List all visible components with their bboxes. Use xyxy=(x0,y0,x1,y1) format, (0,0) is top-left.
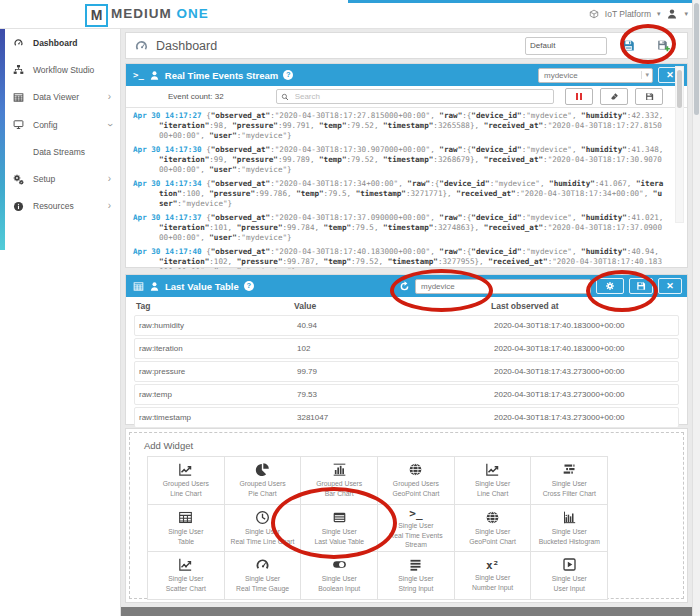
widget-grouped-users-line-chart[interactable]: Grouped UsersLine Chart xyxy=(147,456,225,505)
sidebar-item-resources[interactable]: Resources› xyxy=(0,193,120,220)
cross-filter-icon xyxy=(562,462,577,477)
widget-name-label: GeoPoint Chart xyxy=(392,489,439,498)
widget-grouped-users-geopoint-chart[interactable]: Grouped UsersGeoPoint Chart xyxy=(377,456,455,505)
save-as-new-dashboard-button[interactable] xyxy=(657,39,670,52)
toggle-icon xyxy=(332,557,347,572)
events-stream-header: >_ Real Time Events Stream ? mydevice ▾ … xyxy=(126,64,687,86)
refresh-icon[interactable] xyxy=(399,281,410,292)
sidebar-item-data-streams[interactable]: Data Streams xyxy=(0,138,120,165)
lvt-close-button[interactable]: ✕ xyxy=(658,278,682,294)
footer-bar xyxy=(120,607,700,616)
medium-one-logo-icon: M xyxy=(85,4,108,27)
widget-group-label: Single User xyxy=(322,527,357,536)
widget-single-user-boolean-input[interactable]: Single UserBoolean Input xyxy=(300,551,378,600)
widget-name-label: Scatter Chart xyxy=(166,584,206,593)
widget-name-label: User Input xyxy=(554,584,585,593)
widget-single-user-bucketed-histogram[interactable]: Single UserBucketed Histogram xyxy=(530,504,608,553)
clear-stream-button[interactable] xyxy=(600,88,628,105)
cell-tag: raw:iteration xyxy=(135,344,297,353)
brand-medium: MEDIUM xyxy=(111,6,172,21)
widget-grouped-users-pie-chart[interactable]: Grouped UsersPie Chart xyxy=(224,456,302,505)
x-squared-icon: x² xyxy=(486,559,499,572)
sidebar-item-label: Config xyxy=(33,120,58,130)
stream-event: Apr 30 14:17:40 {"observed_at":"2020-04-… xyxy=(133,247,665,269)
cell-last-observed: 2020-04-30T18:17:40.183000+00:00 xyxy=(494,344,678,353)
widget-single-user-number-input[interactable]: x²Single UserNumber Input xyxy=(454,551,532,600)
help-icon[interactable]: ? xyxy=(283,70,293,80)
terminal-icon: >_ xyxy=(133,70,144,80)
col-value: Value xyxy=(294,301,491,311)
save-dashboard-button[interactable] xyxy=(622,39,635,52)
search-icon xyxy=(281,93,289,101)
lvt-device-input[interactable] xyxy=(415,279,591,294)
stream-scrollbar-thumb[interactable] xyxy=(677,70,682,108)
sidebar-item-label: Data Streams xyxy=(33,147,85,157)
sidebar-item-setup[interactable]: Setup› xyxy=(0,165,120,192)
col-last-observed: Last observed at xyxy=(491,301,679,311)
cell-last-observed: 2020-04-30T18:17:43.273000+00:00 xyxy=(494,390,678,399)
sidebar-item-config[interactable]: Config› xyxy=(0,111,120,138)
widget-single-user-user-input[interactable]: Single UserUser Input xyxy=(530,551,608,600)
export-icon xyxy=(636,281,646,291)
events-device-value: mydevice xyxy=(544,71,578,80)
sidebar-item-workflow-studio[interactable]: Workflow Studio xyxy=(0,56,120,83)
widget-single-user-scatter-chart[interactable]: Single UserScatter Chart xyxy=(147,551,225,600)
sidebar-item-dashboard[interactable]: Dashboard xyxy=(0,29,120,56)
cell-tag: raw:timestamp xyxy=(135,413,297,422)
lvt-settings-button[interactable] xyxy=(596,278,624,294)
widget-single-user-line-chart[interactable]: Single UserLine Chart xyxy=(454,456,532,505)
events-device-select[interactable]: mydevice ▾ xyxy=(538,68,653,83)
widget-name-label: Cross Filter Chart xyxy=(543,489,596,498)
widget-single-user-geopoint-chart[interactable]: Single UserGeoPoint Chart xyxy=(454,504,532,553)
widget-group-label: Single User xyxy=(398,521,433,530)
user-caret-icon[interactable]: ▾ xyxy=(684,10,688,18)
pause-stream-button[interactable] xyxy=(565,88,593,105)
cell-value: 3281047 xyxy=(297,413,494,422)
widget-single-user-last-value-table[interactable]: Single UserLast Value Table xyxy=(300,504,378,553)
events-search-input[interactable] xyxy=(293,91,549,102)
events-stream-log[interactable]: Apr 30 14:17:27 {"observed_at":"2020-04-… xyxy=(126,108,687,269)
widget-group-label: Single User xyxy=(398,574,433,583)
widget-name-label: Line Chart xyxy=(170,489,201,498)
dashboard-name-input[interactable] xyxy=(525,37,607,55)
export-stream-button[interactable] xyxy=(635,88,663,105)
user-menu-icon[interactable] xyxy=(666,8,678,20)
platform-label[interactable]: IoT Platform xyxy=(605,9,651,19)
stream-scrollbar[interactable] xyxy=(675,66,684,223)
sidebar-item-label: Workflow Studio xyxy=(33,65,94,75)
globe-icon xyxy=(485,510,500,525)
terminal-icon: >_ xyxy=(409,507,422,520)
widget-group-label: Grouped Users xyxy=(316,479,362,488)
table-row: raw:humidity40.942020-04-30T18:17:40.183… xyxy=(134,315,679,336)
widget-grouped-users-bar-chart[interactable]: Grouped UsersBar Chart xyxy=(300,456,378,505)
widget-single-user-table[interactable]: Single UserTable xyxy=(147,504,225,553)
scatter-icon xyxy=(178,557,193,572)
lvt-export-button[interactable] xyxy=(629,278,653,294)
widget-group-label: Single User xyxy=(475,479,510,488)
page-scrollbar[interactable] xyxy=(692,0,700,616)
chevron-right-icon: › xyxy=(108,174,111,184)
play-box-icon xyxy=(562,557,577,572)
widget-single-user-real-time-gauge[interactable]: Single UserReal Time Gauge xyxy=(224,551,302,600)
widget-group-label: Grouped Users xyxy=(393,479,439,488)
widget-single-user-string-input[interactable]: Single UserString Input xyxy=(377,551,455,600)
widget-single-user-real-time-events-stream[interactable]: >_Single UserReal Time Events Stream xyxy=(377,504,455,553)
widget-name-label: String Input xyxy=(399,584,434,593)
widget-single-user-cross-filter-chart[interactable]: Single UserCross Filter Chart xyxy=(530,456,608,505)
widget-name-label: Last Value Table xyxy=(314,537,364,546)
widget-single-user-real-time-line-chart[interactable]: Single UserReal Time Line Chart xyxy=(224,504,302,553)
widget-group-label: Single User xyxy=(168,574,203,583)
sidebar-item-label: Setup xyxy=(33,174,55,184)
line-chart-icon xyxy=(485,462,500,477)
help-icon[interactable]: ? xyxy=(244,281,254,291)
widget-group-label: Single User xyxy=(552,527,587,536)
widget-group-label: Single User xyxy=(322,574,357,583)
line-chart-icon xyxy=(178,462,193,477)
gear-icon xyxy=(605,281,615,291)
sidebar-item-data-viewer[interactable]: Data Viewer› xyxy=(0,84,120,111)
page-scrollbar-thumb[interactable] xyxy=(694,3,699,115)
stream-event: Apr 30 14:17:37 {"observed_at":"2020-04-… xyxy=(133,213,665,243)
dashboard-icon xyxy=(134,38,149,53)
pie-chart-icon xyxy=(255,462,270,477)
platform-caret-icon[interactable]: ▾ xyxy=(657,10,661,18)
